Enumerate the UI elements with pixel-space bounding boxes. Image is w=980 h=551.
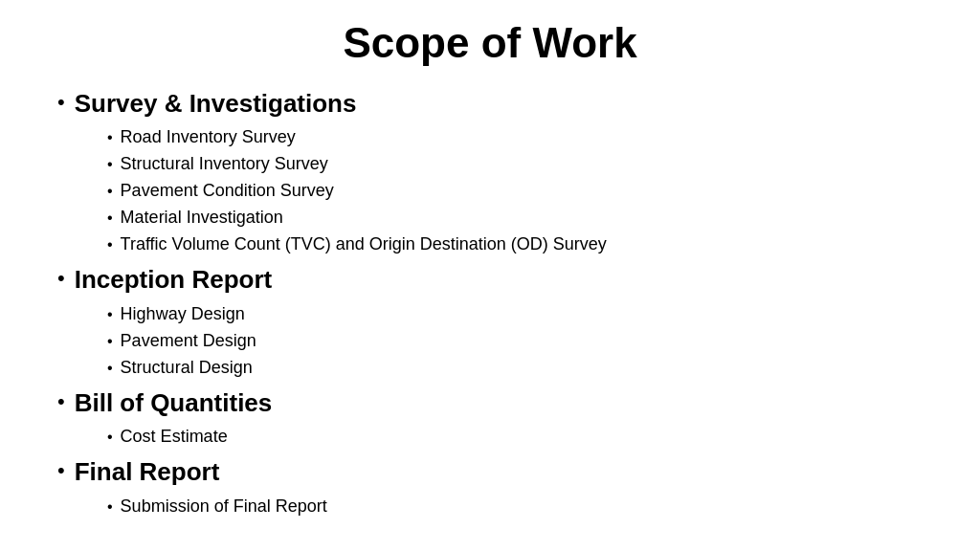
- subitem-label-pavement-design: Pavement Design: [121, 328, 256, 354]
- subitem-cost-estimate: •Cost Estimate: [107, 424, 923, 450]
- subitem-label-submission: Submission of Final Report: [121, 494, 327, 519]
- section-label-inception: Inception Report: [75, 262, 273, 297]
- subitem-pavement-condition: •Pavement Condition Survey: [107, 178, 923, 204]
- subitem-structural-inventory: •Structural Inventory Survey: [107, 151, 923, 177]
- section-label-survey: Survey & Investigations: [75, 86, 357, 121]
- subitem-bullet-structural-inventory: •: [107, 153, 113, 176]
- subitem-label-cost-estimate: Cost Estimate: [121, 424, 228, 450]
- subitem-bullet-material-investigation: •: [107, 207, 113, 230]
- section-bullet-inception: •: [57, 264, 65, 294]
- subitem-highway-design: •Highway Design: [107, 301, 923, 327]
- subitem-label-material-investigation: Material Investigation: [121, 205, 283, 231]
- sublist-survey: •Road Inventory Survey•Structural Invent…: [107, 124, 923, 258]
- subitem-material-investigation: •Material Investigation: [107, 205, 923, 231]
- content-area: •Survey & Investigations•Road Inventory …: [57, 86, 923, 524]
- subitem-bullet-tvc: •: [107, 233, 113, 256]
- subitem-bullet-submission: •: [107, 496, 113, 518]
- subitem-structural-design: •Structural Design: [107, 355, 923, 381]
- section-boq: •Bill of Quantities: [57, 386, 923, 420]
- section-bullet-boq: •: [57, 387, 65, 417]
- section-label-boq: Bill of Quantities: [75, 386, 273, 420]
- section-bullet-final: •: [57, 456, 65, 486]
- subitem-road-inventory: •Road Inventory Survey: [107, 124, 923, 150]
- section-final: •Final Report: [57, 454, 923, 489]
- subitem-label-highway-design: Highway Design: [121, 301, 245, 327]
- section-survey: •Survey & Investigations: [57, 86, 923, 121]
- subitem-bullet-pavement-design: •: [107, 330, 113, 353]
- page-title: Scope of Work: [57, 19, 923, 67]
- sublist-final: •Submission of Final Report: [107, 494, 923, 520]
- subitem-bullet-cost-estimate: •: [107, 426, 113, 449]
- subitem-label-structural-design: Structural Design: [121, 355, 253, 381]
- subitem-bullet-highway-design: •: [107, 303, 113, 326]
- section-inception: •Inception Report: [57, 262, 923, 297]
- subitem-label-tvc: Traffic Volume Count (TVC) and Origin De…: [121, 231, 607, 257]
- subitem-label-road-inventory: Road Inventory Survey: [121, 124, 296, 150]
- subitem-tvc: •Traffic Volume Count (TVC) and Origin D…: [107, 231, 923, 257]
- subitem-bullet-pavement-condition: •: [107, 180, 113, 203]
- sublist-inception: •Highway Design•Pavement Design•Structur…: [107, 301, 923, 382]
- subitem-submission: •Submission of Final Report: [107, 494, 923, 519]
- subitem-label-pavement-condition: Pavement Condition Survey: [121, 178, 334, 204]
- section-label-final: Final Report: [75, 454, 220, 489]
- subitem-label-structural-inventory: Structural Inventory Survey: [121, 151, 328, 177]
- subitem-bullet-structural-design: •: [107, 357, 113, 380]
- subitem-bullet-road-inventory: •: [107, 126, 113, 149]
- subitem-pavement-design: •Pavement Design: [107, 328, 923, 354]
- sublist-boq: •Cost Estimate: [107, 424, 923, 451]
- section-bullet-survey: •: [57, 88, 65, 118]
